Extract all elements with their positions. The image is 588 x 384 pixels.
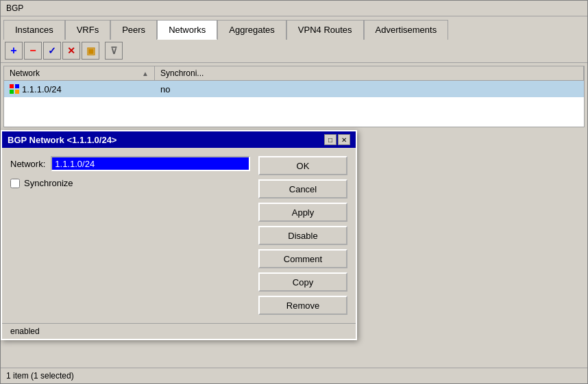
status-text: 1 item (1 selected) [6, 371, 74, 381]
cross-button[interactable]: ✕ [62, 42, 80, 60]
filter-button[interactable]: ⊽ [105, 42, 123, 60]
tab-networks[interactable]: Networks [157, 20, 217, 40]
cell-sync: no [155, 83, 584, 96]
sort-arrow: ▲ [142, 70, 149, 77]
table-row[interactable]: 1.1.1.0/24 no [4, 81, 584, 97]
sync-checkbox[interactable] [10, 179, 20, 188]
tab-advertisements[interactable]: Advertisements [364, 20, 449, 40]
modal-dialog: BGP Network <1.1.1.0/24> □ ✕ Network: Sy… [1, 130, 357, 340]
tab-instances[interactable]: Instances [3, 20, 65, 40]
cancel-button[interactable]: Cancel [258, 179, 347, 199]
ok-button[interactable]: OK [258, 156, 347, 175]
modal-status: enabled [2, 323, 356, 339]
status-bar: 1 item (1 selected) [1, 368, 587, 383]
network-label: Network: [10, 159, 45, 169]
table-header: Network ▲ Synchroni... [4, 66, 584, 81]
cell-network: 1.1.1.0/24 [4, 83, 155, 96]
tab-vpn4routes[interactable]: VPN4 Routes [286, 20, 364, 40]
copy-toolbar-button[interactable]: ▣ [82, 42, 99, 60]
title-bar: BGP [1, 1, 587, 16]
modal-close-button[interactable]: ✕ [338, 134, 350, 145]
modal-left: Network: Synchronize [10, 156, 250, 315]
sync-label: Synchronize [24, 178, 73, 188]
tab-peers[interactable]: Peers [110, 20, 157, 40]
tab-aggregates[interactable]: Aggregates [217, 20, 286, 40]
modal-minimize-button[interactable]: □ [324, 134, 336, 145]
window-title: BGP [6, 3, 23, 13]
modal-title-bar: BGP Network <1.1.1.0/24> □ ✕ [2, 131, 356, 148]
col-header-sync[interactable]: Synchroni... [155, 66, 584, 80]
tab-vrfs[interactable]: VRFs [65, 20, 111, 40]
col-header-network[interactable]: Network ▲ [4, 66, 155, 80]
apply-button[interactable]: Apply [258, 203, 347, 222]
main-window: BGP Instances VRFs Peers Networks Aggreg… [0, 0, 588, 384]
sync-row: Synchronize [10, 178, 250, 188]
modal-title: BGP Network <1.1.1.0/24> [8, 135, 117, 145]
modal-body: Network: Synchronize OK Cancel Apply Dis… [2, 148, 356, 323]
comment-button[interactable]: Comment [258, 249, 347, 268]
tab-bar: Instances VRFs Peers Networks Aggregates… [1, 16, 587, 39]
delete-button[interactable]: − [24, 42, 42, 60]
copy-button[interactable]: Copy [258, 272, 347, 292]
network-input[interactable] [51, 156, 250, 171]
add-button[interactable]: + [5, 42, 23, 60]
disable-button[interactable]: Disable [258, 226, 347, 245]
remove-button[interactable]: Remove [258, 296, 347, 315]
network-icon [10, 84, 19, 94]
modal-controls: □ ✕ [324, 134, 350, 145]
content-area: BGP Network <1.1.1.0/24> □ ✕ Network: Sy… [1, 130, 587, 368]
networks-table: Network ▲ Synchroni... 1.1.1.0/24 no [3, 66, 585, 127]
check-button[interactable]: ✓ [43, 42, 61, 60]
toolbar: + − ✓ ✕ ▣ ⊽ [1, 39, 587, 63]
network-field-row: Network: [10, 156, 250, 171]
modal-buttons: OK Cancel Apply Disable Comment Copy Rem… [258, 156, 347, 315]
